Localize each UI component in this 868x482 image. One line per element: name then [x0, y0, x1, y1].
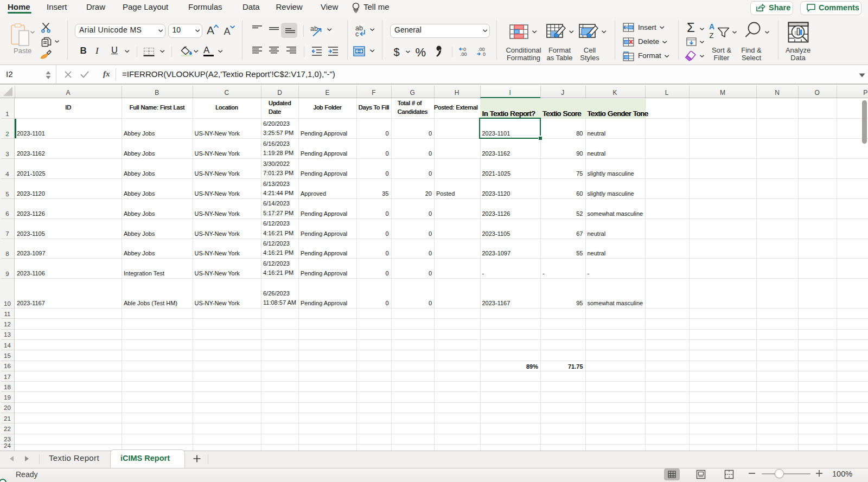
- svg-text:.00: .00: [460, 52, 467, 56]
- svg-text:0: 0: [483, 52, 486, 56]
- svg-text:ab: ab: [310, 25, 318, 33]
- svg-text:c: c: [355, 30, 359, 37]
